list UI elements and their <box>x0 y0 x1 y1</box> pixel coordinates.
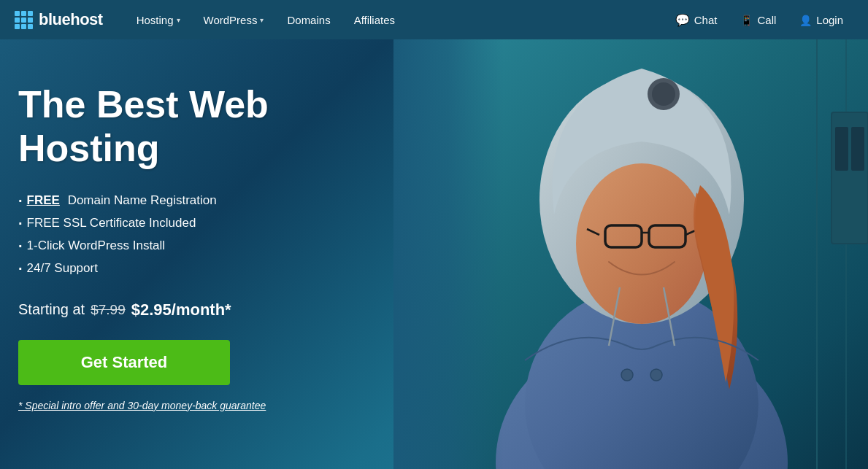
chevron-down-icon: ▾ <box>260 16 264 24</box>
svg-point-19 <box>621 369 633 381</box>
nav-right: Chat Call Login <box>665 0 853 39</box>
disclaimer-link[interactable]: * Special intro offer and 30-day money-b… <box>18 400 416 411</box>
nav-affiliates[interactable]: Affiliates <box>342 0 407 39</box>
hero-person-illustration <box>393 39 868 469</box>
nav-links: Hosting ▾ WordPress ▾ Domains Affiliates <box>125 0 665 39</box>
hero-content: The Best Web Hosting FREE Domain Name Re… <box>0 39 438 469</box>
feature-wordpress: 1-Click WordPress Install <box>18 238 416 255</box>
nav-hosting[interactable]: Hosting ▾ <box>125 0 192 39</box>
call-icon <box>740 14 753 26</box>
nav-domains[interactable]: Domains <box>275 0 342 39</box>
hero-pricing: Starting at $7.99 $2.95/month* <box>18 301 416 319</box>
feature-support: 24/7 Support <box>18 260 416 277</box>
chat-button[interactable]: Chat <box>665 0 728 39</box>
svg-point-20 <box>650 369 662 381</box>
logo-text: bluehost <box>39 10 103 29</box>
logo-grid-icon <box>15 11 33 29</box>
get-started-button[interactable]: Get Started <box>18 340 230 385</box>
navbar: bluehost Hosting ▾ WordPress ▾ Domains A… <box>0 0 868 39</box>
login-button[interactable]: Login <box>789 0 853 39</box>
nav-wordpress[interactable]: WordPress ▾ <box>192 0 276 39</box>
svg-rect-4 <box>835 127 848 171</box>
svg-point-10 <box>652 82 675 106</box>
price-new: $2.95/month* <box>131 301 231 319</box>
price-old: $7.99 <box>91 302 126 318</box>
hero-features-list: FREE Domain Name Registration FREE SSL C… <box>18 193 416 283</box>
hero-title: The Best Web Hosting <box>18 83 416 171</box>
chat-icon <box>675 13 690 27</box>
feature-ssl: FREE SSL Certificate Included <box>18 215 416 232</box>
chevron-down-icon: ▾ <box>177 16 180 24</box>
feature-free-domain: FREE Domain Name Registration <box>18 193 416 209</box>
logo-link[interactable]: bluehost <box>15 10 103 29</box>
hero-section: The Best Web Hosting FREE Domain Name Re… <box>0 39 868 469</box>
svg-rect-5 <box>851 127 864 171</box>
user-icon <box>799 14 812 26</box>
call-button[interactable]: Call <box>730 0 786 39</box>
